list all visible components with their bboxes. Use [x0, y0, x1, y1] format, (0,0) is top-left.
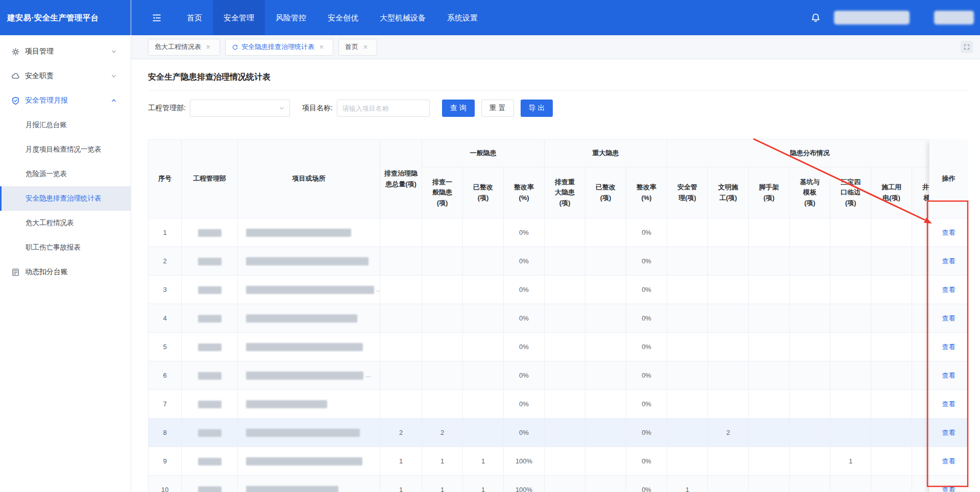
- table-cell: [749, 276, 790, 304]
- bell-icon[interactable]: [811, 13, 821, 23]
- redacted-text: [198, 458, 222, 465]
- table-cell: 0%: [626, 390, 667, 419]
- sidebar-item[interactable]: 安全管理月报: [0, 88, 131, 113]
- table-cell: 0%: [626, 447, 667, 476]
- sidebar: 建安易·安全生产管理平台 项目管理安全职责安全管理月报月报汇总台账月度项目检查情…: [0, 0, 131, 492]
- action-cell: 查看: [929, 419, 968, 447]
- table-cell: [667, 390, 708, 419]
- group-header: 一般隐患: [422, 140, 545, 167]
- redacted-text: [198, 315, 222, 323]
- action-cell: 查看: [929, 476, 968, 492]
- view-link[interactable]: 查看: [942, 228, 955, 237]
- sidebar-subitem[interactable]: 月度项目检查情况一览表: [0, 137, 131, 162]
- view-link[interactable]: 查看: [942, 314, 955, 323]
- view-link[interactable]: 查看: [942, 457, 955, 466]
- table-cell: [708, 276, 749, 304]
- table-cell: 2: [380, 419, 422, 447]
- group-header: 重大隐患: [545, 140, 667, 167]
- redacted-user-info: [834, 11, 910, 24]
- row-index-cell: 9: [149, 447, 182, 476]
- sidebar-subitem[interactable]: 危险源一览表: [0, 162, 131, 186]
- table-cell: [380, 276, 422, 304]
- table-cell: [463, 247, 504, 276]
- table-cell: 1: [380, 447, 422, 476]
- sidebar-subitem[interactable]: 职工伤亡事故报表: [0, 235, 131, 260]
- table-cell: [463, 419, 504, 447]
- table-cell: [749, 476, 790, 492]
- topnav-item[interactable]: 安全管理: [213, 0, 265, 35]
- topnav-item[interactable]: 大型机械设备: [369, 0, 436, 35]
- close-icon[interactable]: [362, 44, 369, 50]
- table-cell: [380, 218, 422, 247]
- table-row: 40%0%: [149, 304, 953, 333]
- project-name-input[interactable]: [337, 100, 430, 117]
- tab-item[interactable]: 首页: [338, 39, 377, 56]
- column-header: 整改率(%): [504, 167, 545, 218]
- table-cell: [422, 333, 463, 361]
- table-row: 10%0%: [149, 218, 953, 247]
- dept-cell: [182, 333, 238, 361]
- sidebar-item[interactable]: 安全职责: [0, 64, 131, 88]
- export-button[interactable]: 导 出: [521, 100, 553, 117]
- sidebar-subitem[interactable]: 危大工程情况表: [0, 211, 131, 235]
- redacted-text: [246, 229, 351, 237]
- close-icon[interactable]: [318, 44, 325, 50]
- table-cell: 0%: [504, 390, 545, 419]
- table-cell: [667, 218, 708, 247]
- table-cell: [708, 304, 749, 333]
- reset-button[interactable]: 重 置: [481, 100, 514, 117]
- chevron-down-icon: [110, 48, 117, 55]
- table-cell: [422, 390, 463, 419]
- table-cell: [790, 390, 830, 419]
- topnav-item[interactable]: 首页: [176, 0, 213, 35]
- table-cell: [708, 390, 749, 419]
- sidebar-item[interactable]: 项目管理: [0, 39, 131, 64]
- dept-select[interactable]: [190, 100, 290, 117]
- column-header: 基坑与模板(项): [790, 167, 830, 218]
- table-cell: [871, 333, 912, 361]
- column-header: 排查治理隐患总量(项): [380, 140, 422, 218]
- table-cell: 0%: [626, 419, 667, 447]
- table-cell: [830, 247, 871, 276]
- search-button[interactable]: 查 询: [442, 100, 475, 117]
- table-cell: [749, 361, 790, 390]
- table-cell: [585, 247, 626, 276]
- sidebar-item[interactable]: 动态扣分台账: [0, 260, 131, 284]
- tab-item[interactable]: 安全隐患排查治理统计表: [225, 39, 333, 56]
- row-index-cell: 10: [149, 476, 182, 492]
- close-icon[interactable]: [205, 44, 211, 50]
- project-cell: ...: [238, 276, 380, 304]
- sidebar-subitem[interactable]: 安全隐患排查治理统计表: [0, 186, 131, 211]
- table-cell: [708, 476, 749, 492]
- dept-cell: [182, 304, 238, 333]
- ledger-icon: [11, 268, 20, 277]
- sidebar-subitem[interactable]: 月报汇总台账: [0, 113, 131, 137]
- table-cell: [830, 361, 871, 390]
- table-cell: [790, 476, 830, 492]
- redacted-text: [246, 314, 357, 323]
- view-link[interactable]: 查看: [942, 342, 955, 352]
- topnav-item[interactable]: 风险管控: [265, 0, 317, 35]
- view-link[interactable]: 查看: [942, 257, 955, 266]
- view-link[interactable]: 查看: [942, 400, 955, 409]
- topnav-item[interactable]: 安全创优: [317, 0, 369, 35]
- tab-item[interactable]: 危大工程情况表: [148, 39, 220, 56]
- page-title: 安全生产隐患排查治理情况统计表: [148, 72, 968, 83]
- table-cell: 0%: [504, 276, 545, 304]
- table-cell: 0%: [504, 218, 545, 247]
- view-link[interactable]: 查看: [942, 485, 955, 492]
- table-cell: [667, 361, 708, 390]
- column-header: 已整改(项): [585, 167, 626, 218]
- dept-cell: [182, 476, 238, 492]
- fullscreen-button[interactable]: [961, 41, 973, 53]
- topnav-item[interactable]: 系统设置: [436, 0, 488, 35]
- collapse-menu-icon[interactable]: [152, 13, 162, 23]
- view-link[interactable]: 查看: [942, 285, 955, 294]
- table-cell: [830, 333, 871, 361]
- table-cell: [708, 333, 749, 361]
- view-link[interactable]: 查看: [942, 428, 955, 437]
- dept-cell: [182, 276, 238, 304]
- table-cell: [790, 218, 830, 247]
- column-header: 安全管理(项): [667, 167, 708, 218]
- view-link[interactable]: 查看: [942, 371, 955, 380]
